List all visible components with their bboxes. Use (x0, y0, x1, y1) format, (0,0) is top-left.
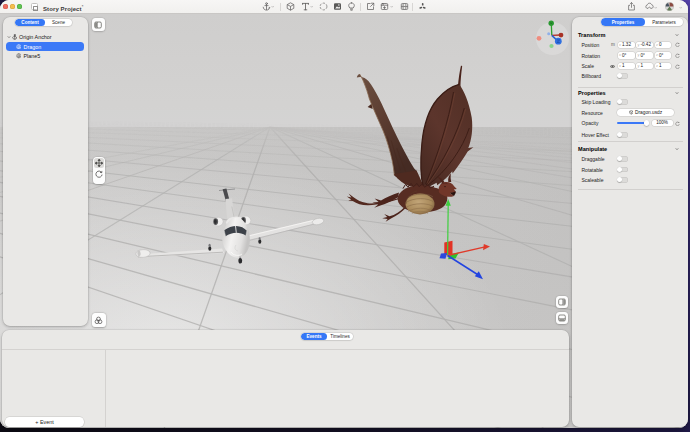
hover-effect-label: Hover Effect (582, 132, 609, 138)
draggable-toggle[interactable] (617, 156, 628, 162)
rotation-reset-button[interactable] (675, 53, 680, 58)
scaleable-label: Scaleable (582, 177, 604, 183)
disclosure-chevron-icon[interactable] (7, 35, 11, 39)
text-menu-chevron[interactable] (310, 5, 313, 8)
position-unit: m (611, 42, 615, 47)
toolbar-separator (412, 3, 413, 11)
panel-bottom-icon (558, 314, 566, 322)
sidebar-left-icon (94, 21, 102, 29)
scale-reset-button[interactable] (675, 64, 680, 69)
section-properties-collapse[interactable] (675, 91, 679, 95)
zoom-button[interactable] (17, 4, 22, 9)
events-list-divider (105, 349, 106, 427)
rotatable-label: Rotatable (582, 167, 603, 173)
sidebar: Content Scene Origin Anchor Dragon Plane… (3, 17, 88, 326)
position-x-field[interactable]: x1.32 (618, 42, 635, 48)
scale-label: Scale (582, 63, 595, 69)
add-text-button[interactable] (301, 2, 310, 11)
position-z-field[interactable]: z0 (655, 42, 671, 48)
inspector-tabs: Properties Parameters (601, 18, 683, 26)
tab-timelines[interactable]: Timelines (327, 333, 353, 340)
position-y-field[interactable]: y-0.42 (636, 42, 653, 48)
tab-properties[interactable]: Properties (601, 18, 645, 26)
scene-menu-chevron[interactable] (390, 5, 393, 8)
rotation-y-field[interactable]: y0° (636, 52, 653, 58)
ar-preview-button[interactable] (418, 2, 427, 11)
orbit-tool-button[interactable] (94, 169, 104, 179)
tab-events[interactable]: Events (301, 333, 327, 340)
document-proxy-icon[interactable] (31, 3, 38, 10)
rotatable-toggle[interactable] (617, 167, 628, 173)
tree-item-origin-anchor[interactable]: Origin Anchor (7, 34, 52, 40)
export-scene-button[interactable] (366, 2, 375, 11)
anchor-menu-chevron[interactable] (271, 5, 274, 8)
add-event-button[interactable]: + Event (5, 417, 84, 427)
section-divider (578, 189, 683, 190)
toggle-scenes-strip-button[interactable] (400, 2, 409, 11)
move-tool-button[interactable] (94, 158, 104, 168)
section-divider (578, 87, 683, 88)
collaboration-chevron[interactable] (654, 6, 657, 9)
sidebar-tabs: Content Scene (15, 19, 72, 26)
rotation-z-field[interactable]: z0° (655, 52, 671, 58)
section-transform-collapse[interactable] (675, 33, 679, 37)
close-button[interactable] (3, 4, 8, 9)
events-panel-tabs: Events Timelines (301, 333, 353, 340)
scaleable-toggle[interactable] (617, 177, 628, 183)
skip-loading-toggle[interactable] (617, 99, 628, 105)
object-group-icon (94, 316, 103, 325)
opacity-reset-button[interactable] (675, 121, 680, 126)
hover-effect-toggle[interactable] (617, 132, 628, 138)
skip-loading-label: Skip Loading (582, 99, 611, 105)
billboard-toggle[interactable] (617, 73, 628, 79)
scale-y-field[interactable]: y1 (636, 63, 653, 69)
opacity-slider-knob[interactable] (644, 120, 650, 126)
physics-objects-button[interactable] (92, 313, 106, 327)
toggle-bottom-panel-button[interactable] (556, 312, 568, 324)
section-transform-title: Transform (578, 32, 605, 38)
toggle-right-panel-button[interactable] (556, 296, 568, 308)
tab-scene[interactable]: Scene (45, 19, 72, 26)
object-icon (16, 53, 22, 59)
scale-z-field[interactable]: z1 (655, 63, 671, 69)
position-reset-button[interactable] (675, 42, 680, 47)
window-title: Story Project* (43, 0, 83, 14)
tree-item-plane5[interactable]: Plane5 (16, 53, 41, 59)
object-icon (16, 44, 22, 50)
orbit-icon (95, 170, 103, 178)
collaboration-button[interactable] (645, 2, 654, 11)
events-panel: Events Timelines + Event (2, 330, 569, 427)
resource-label: Resource (582, 110, 603, 116)
sidebar-right-icon (558, 298, 566, 306)
share-button[interactable] (627, 2, 636, 11)
app-window: Story Project* (0, 0, 688, 428)
tab-parameters[interactable]: Parameters (645, 18, 683, 26)
minimize-button[interactable] (10, 4, 15, 9)
position-label: Position (582, 42, 600, 48)
toggle-left-sidebar-button[interactable] (92, 18, 105, 31)
inspector-panel: Properties Parameters Transform Position… (572, 17, 688, 427)
add-light-button[interactable] (347, 2, 356, 11)
section-properties-title: Properties (578, 90, 606, 96)
viewport-nav-tools (93, 157, 105, 184)
avatar[interactable] (665, 2, 674, 11)
avatar-chevron[interactable] (679, 6, 682, 9)
tree-item-dragon-content[interactable]: Dragon (16, 44, 42, 50)
add-object-button[interactable] (286, 2, 295, 11)
scale-x-field[interactable]: x1 (618, 63, 635, 69)
opacity-value-field[interactable]: 100% (652, 120, 673, 126)
rotation-x-field[interactable]: x0° (618, 52, 635, 58)
add-scene-button[interactable] (380, 2, 389, 11)
anchor-icon (12, 34, 17, 40)
tab-content[interactable]: Content (15, 19, 45, 26)
add-anchor-button[interactable] (262, 2, 271, 11)
uniform-scale-link-icon[interactable] (610, 64, 615, 69)
move-icon (95, 159, 103, 167)
usdz-cube-icon (629, 110, 634, 115)
import-photo-button[interactable] (333, 2, 342, 11)
resource-button[interactable]: Dragon.usdz (617, 109, 674, 116)
add-shape-button[interactable] (319, 2, 328, 11)
section-divider (578, 141, 683, 142)
billboard-label: Billboard (582, 73, 601, 79)
section-manipulate-collapse[interactable] (675, 147, 679, 151)
